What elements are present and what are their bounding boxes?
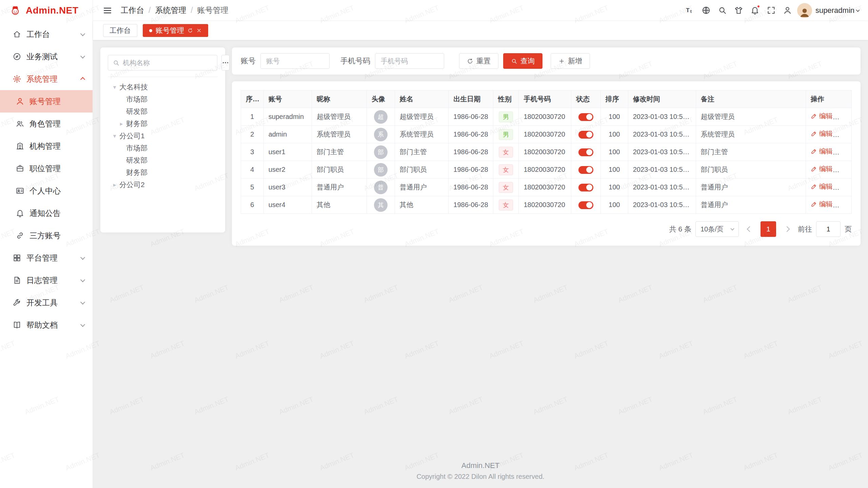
add-button[interactable]: 新增 bbox=[551, 53, 590, 69]
tree-node[interactable]: 研发部 bbox=[108, 154, 218, 166]
hamburger-menu-icon[interactable] bbox=[102, 5, 113, 16]
tree-more-button[interactable] bbox=[221, 55, 230, 70]
app-root: Admin.NET 工作台业务测试系统管理账号管理角色管理机构管理职位管理个人中… bbox=[0, 0, 868, 488]
cell-status bbox=[571, 161, 600, 179]
tree-node[interactable]: 市场部 bbox=[108, 142, 218, 154]
sidebar-item-third-account[interactable]: 三方账号 bbox=[0, 224, 93, 247]
edit-icon bbox=[811, 166, 817, 172]
tree-caret-icon: ▾ bbox=[110, 84, 119, 91]
account-input[interactable] bbox=[260, 53, 330, 69]
notification-bell-button[interactable] bbox=[748, 3, 762, 18]
status-toggle[interactable] bbox=[578, 166, 593, 174]
phone-input[interactable] bbox=[375, 53, 444, 69]
page-size-value: 10条/页 bbox=[701, 225, 724, 234]
person-button[interactable] bbox=[780, 3, 794, 18]
breadcrumb-item: 账号管理 bbox=[197, 5, 229, 16]
edit-button[interactable]: 编辑 bbox=[811, 129, 833, 138]
theme-button[interactable] bbox=[731, 3, 746, 18]
tree-node[interactable]: ▸财务部 bbox=[108, 118, 218, 130]
right-column: 账号 手机号码 重置 查询 bbox=[232, 47, 861, 246]
sidebar-item-profile-center[interactable]: 个人中心 bbox=[0, 180, 93, 202]
next-page-button[interactable] bbox=[780, 221, 794, 237]
cell-phone: 18020030720 bbox=[519, 143, 571, 161]
tree-node[interactable]: 研发部 bbox=[108, 105, 218, 118]
current-page-button[interactable]: 1 bbox=[761, 221, 776, 237]
cell-nickname: 其他 bbox=[312, 196, 367, 214]
sidebar-item-platform-manage[interactable]: 平台管理 bbox=[0, 247, 93, 269]
logo-title: Admin.NET bbox=[26, 5, 78, 16]
tree-node[interactable]: 市场部 bbox=[108, 93, 218, 105]
chevron-down-icon bbox=[80, 322, 85, 327]
status-toggle[interactable] bbox=[578, 113, 593, 121]
sidebar-item-biz-test[interactable]: 业务测试 bbox=[0, 45, 93, 68]
chevron-down-icon bbox=[80, 32, 85, 36]
status-toggle[interactable] bbox=[578, 148, 593, 156]
goto-page-input[interactable] bbox=[816, 221, 841, 237]
tab-workbench[interactable]: 工作台 bbox=[103, 24, 137, 37]
sidebar-item-help-docs[interactable]: 帮助文档 bbox=[0, 314, 93, 336]
org-search-input[interactable] bbox=[123, 59, 213, 67]
refresh-icon bbox=[188, 28, 193, 33]
edit-button[interactable]: 编辑 bbox=[811, 200, 833, 209]
cell-actions: 编辑 bbox=[806, 143, 851, 161]
edit-button-label: 编辑 bbox=[819, 200, 833, 209]
cell-name: 超级管理员 bbox=[395, 108, 448, 126]
status-toggle[interactable] bbox=[578, 184, 593, 191]
sidebar-item-system-manage[interactable]: 系统管理 bbox=[0, 68, 93, 90]
org-search-box bbox=[108, 55, 217, 70]
font-size-button[interactable]: Tt bbox=[683, 3, 697, 18]
fullscreen-button[interactable] bbox=[764, 3, 778, 18]
page-size-select[interactable]: 10条/页 bbox=[695, 221, 739, 237]
cell-name: 普通用户 bbox=[395, 179, 448, 196]
theme-icon bbox=[734, 6, 743, 15]
cell-modified-time: 2023-01-03 10:59:44 bbox=[628, 108, 696, 126]
sidebar-item-workbench[interactable]: 工作台 bbox=[0, 23, 93, 45]
phone-label: 手机号码 bbox=[340, 56, 370, 66]
sidebar-item-label: 日志管理 bbox=[26, 275, 76, 286]
pagination-total: 共 6 条 bbox=[669, 224, 691, 234]
username[interactable]: superadmin bbox=[815, 6, 854, 15]
cell-index: 2 bbox=[241, 126, 264, 143]
sidebar-item-notice[interactable]: 通知公告 bbox=[0, 202, 93, 224]
avatar[interactable] bbox=[797, 3, 812, 18]
sidebar-item-role-manage[interactable]: 角色管理 bbox=[0, 113, 93, 135]
search-button[interactable]: 查询 bbox=[503, 53, 542, 69]
cell-order: 100 bbox=[600, 196, 628, 214]
bell-icon bbox=[16, 209, 24, 218]
status-toggle[interactable] bbox=[578, 201, 593, 209]
tab-label: 工作台 bbox=[110, 26, 131, 35]
tree-node[interactable]: 财务部 bbox=[108, 166, 218, 179]
tree-node-label: 研发部 bbox=[126, 107, 147, 116]
tree-node[interactable]: ▾分公司1 bbox=[108, 130, 218, 142]
close-icon[interactable] bbox=[196, 28, 202, 33]
sidebar-item-label: 系统管理 bbox=[26, 74, 76, 84]
cell-modified-time: 2023-01-03 10:59:44 bbox=[628, 143, 696, 161]
sidebar-item-log-manage[interactable]: 日志管理 bbox=[0, 269, 93, 291]
status-toggle[interactable] bbox=[578, 131, 593, 139]
sidebar-item-account-manage[interactable]: 账号管理 bbox=[0, 90, 93, 113]
edit-button[interactable]: 编辑 bbox=[811, 147, 833, 156]
cell-phone: 18020030720 bbox=[519, 108, 571, 126]
breadcrumb-item[interactable]: 系统管理 bbox=[155, 5, 186, 16]
cell-index: 6 bbox=[241, 196, 264, 214]
tree-node-label: 大名科技 bbox=[119, 82, 148, 92]
breadcrumb-item[interactable]: 工作台 bbox=[121, 5, 144, 16]
cell-index: 4 bbox=[241, 161, 264, 179]
tab-account-manage[interactable]: 账号管理 bbox=[143, 24, 208, 37]
sidebar-item-dev-tools[interactable]: 开发工具 bbox=[0, 291, 93, 314]
table-row: 2admin系统管理员系系统管理员1986-06-28男180200307201… bbox=[241, 126, 852, 143]
sidebar-item-org-manage[interactable]: 机构管理 bbox=[0, 135, 93, 157]
tree-node[interactable]: ▸分公司2 bbox=[108, 179, 218, 191]
tree-node[interactable]: ▾大名科技 bbox=[108, 81, 218, 93]
prev-page-button[interactable] bbox=[743, 221, 756, 237]
reset-button[interactable]: 重置 bbox=[459, 53, 498, 69]
chevron-down-icon[interactable] bbox=[856, 8, 860, 12]
globe-button[interactable] bbox=[699, 3, 713, 18]
edit-button[interactable]: 编辑 bbox=[811, 182, 833, 191]
edit-button[interactable]: 编辑 bbox=[811, 164, 833, 174]
sidebar-item-position-manage[interactable]: 职位管理 bbox=[0, 157, 93, 180]
cell-phone: 18020030720 bbox=[519, 161, 571, 179]
cell-nickname: 普通用户 bbox=[312, 179, 367, 196]
edit-button[interactable]: 编辑 bbox=[811, 111, 833, 121]
search-button[interactable] bbox=[715, 3, 729, 18]
